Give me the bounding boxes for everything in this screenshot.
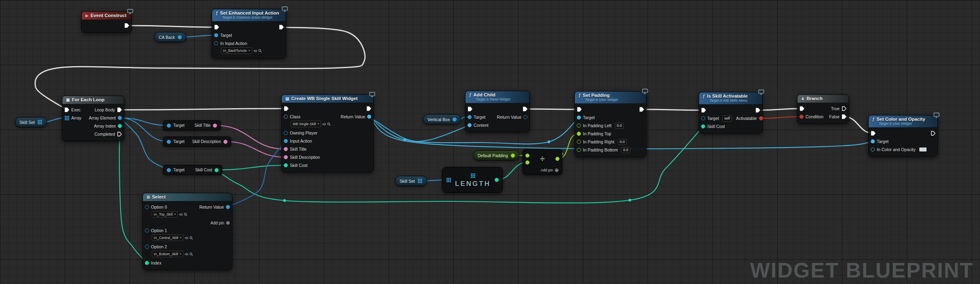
variable-default_padding[interactable]: Default Padding — [473, 150, 519, 160]
target-pin[interactable] — [468, 115, 472, 119]
target-pin[interactable] — [167, 168, 171, 172]
node-add_child[interactable]: ƒAdd ChildTarget is Panel WidgetTargetRe… — [465, 91, 530, 132]
exec_in-pin[interactable] — [871, 131, 876, 136]
node-divide[interactable]: ÷Add pin⊕ — [523, 149, 562, 175]
in_padding_bottom-value[interactable]: 0.0 — [621, 147, 630, 153]
node-header[interactable]: ƒSet PaddingTarget is User Widget — [575, 92, 646, 104]
activatable-pin[interactable] — [759, 116, 763, 120]
class-dropdown[interactable]: WB Single Skill▾ — [291, 121, 321, 127]
browse-asset-icon[interactable] — [189, 236, 193, 240]
in_input_action-pin[interactable] — [214, 41, 218, 45]
use-selected-icon[interactable] — [185, 236, 188, 240]
index-pin[interactable] — [145, 261, 149, 265]
use-selected-icon[interactable] — [179, 213, 183, 216]
out-pin[interactable] — [178, 35, 182, 39]
browse-asset-icon[interactable] — [184, 213, 187, 216]
target-pin[interactable] — [701, 116, 705, 120]
node-header[interactable]: ⋔Branch — [797, 95, 848, 103]
out-pin[interactable] — [213, 124, 217, 128]
use-selected-icon[interactable] — [253, 49, 257, 53]
variable-skill_set2[interactable]: Skill Set — [395, 176, 427, 186]
node-sco[interactable]: ƒSet Color and OpacityTarget is User Wid… — [868, 115, 938, 156]
out-pin[interactable] — [555, 157, 559, 161]
node-branch[interactable]: ⋔BranchTrueConditionFalse — [797, 94, 849, 124]
node-event_construct[interactable]: ▶Event Construct — [81, 11, 132, 32]
in_padding_left-value[interactable]: 0.0 — [615, 123, 624, 129]
use-selected-icon[interactable] — [322, 122, 326, 126]
exec_in-pin[interactable] — [468, 107, 472, 111]
option1-dropdown[interactable]: IA_Central_Skill▾ — [152, 235, 183, 241]
node-header[interactable]: ⊞Select — [143, 193, 232, 201]
target-pin[interactable] — [577, 115, 581, 120]
out-pin[interactable] — [38, 120, 43, 125]
option2-dropdown[interactable]: IA_Bottom_Skill▾ — [152, 251, 183, 257]
in_color-pin[interactable] — [871, 147, 875, 152]
out-pin[interactable] — [453, 117, 457, 122]
array-pin[interactable] — [64, 115, 69, 120]
browse-asset-icon[interactable] — [327, 122, 331, 126]
node-cw[interactable]: ▤Create WB Single Skill WidgetClassWB Si… — [281, 94, 374, 172]
exec_in-pin[interactable] — [799, 106, 804, 111]
node-header[interactable]: ƒIs Skill ActivatableTarget is WB Skills… — [699, 92, 762, 105]
completed-pin[interactable] — [117, 132, 122, 137]
add-pin-button[interactable]: Add pin⊕ — [540, 167, 559, 173]
exec_in-pin[interactable] — [64, 107, 69, 112]
condition-pin[interactable] — [799, 115, 804, 119]
return_value-pin[interactable] — [367, 115, 371, 119]
node-get_skill_desc[interactable]: TargetSkill Description — [163, 137, 231, 147]
node-select[interactable]: ⊞SelectOption 0IA_Top_Skill▾Return Value… — [142, 193, 232, 270]
node-header[interactable]: ƒAdd ChildTarget is Panel Widget — [466, 91, 529, 103]
skill_cost-pin[interactable] — [701, 124, 705, 128]
node-length[interactable]: LENGTH — [442, 167, 503, 193]
in_padding_left-pin[interactable] — [577, 124, 581, 128]
array_index-pin[interactable] — [118, 124, 122, 128]
exec_out-pin[interactable] — [523, 107, 527, 111]
node-header[interactable]: ▤Create WB Single Skill Widget — [282, 95, 373, 103]
exec_in-pin[interactable] — [214, 25, 219, 30]
browse-asset-icon[interactable] — [189, 252, 193, 256]
b-pin[interactable] — [525, 160, 529, 164]
input_action-pin[interactable] — [284, 139, 288, 143]
skill_title-pin[interactable] — [284, 147, 288, 151]
use-selected-icon[interactable] — [185, 252, 188, 256]
loop_body-pin[interactable] — [117, 107, 122, 112]
exec_out-pin[interactable] — [755, 108, 760, 113]
node-header[interactable]: ƒSet Enhanced Input ActionTarget is Comm… — [212, 9, 286, 21]
in_padding_right-pin[interactable] — [577, 140, 581, 144]
skill_desc-pin[interactable] — [284, 155, 288, 159]
exec_in-pin[interactable] — [701, 108, 706, 113]
in-pin[interactable] — [446, 177, 451, 182]
node-fel[interactable]: ▣For Each LoopExecLoop BodyArrayArray El… — [62, 96, 124, 141]
variable-vertical_box[interactable]: Vertical Box — [423, 114, 461, 124]
target-pin[interactable] — [167, 124, 171, 128]
option0-dropdown[interactable]: IA_Top_Skill▾ — [152, 211, 178, 218]
out-pin[interactable] — [511, 154, 515, 158]
exec_out-pin[interactable] — [279, 25, 284, 30]
exec_out-pin[interactable] — [639, 107, 644, 112]
in_input_action-dropdown[interactable]: IA_BackToActiv▾ — [221, 47, 252, 54]
exec_out-pin[interactable] — [366, 106, 371, 111]
browse-asset-icon[interactable] — [258, 49, 262, 53]
node-get_skill_title[interactable]: TargetSkill Title — [163, 120, 221, 130]
node-seia[interactable]: ƒSet Enhanced Input ActionTarget is Comm… — [212, 9, 286, 58]
return_value-pin[interactable] — [226, 205, 230, 209]
node-header[interactable]: ▣For Each Loop — [62, 96, 124, 104]
target-pin[interactable] — [167, 140, 171, 144]
exec_in-pin[interactable] — [284, 106, 289, 111]
exec_in-pin[interactable] — [577, 107, 582, 112]
color-swatch[interactable] — [919, 147, 927, 152]
variable-ca_back[interactable]: CA Back — [154, 32, 186, 42]
out-pin[interactable] — [215, 168, 219, 172]
a-pin[interactable] — [525, 154, 529, 158]
node-isa[interactable]: ƒIs Skill ActivatableTarget is WB Skills… — [699, 92, 763, 133]
array_element-pin[interactable] — [118, 116, 122, 120]
target-value[interactable]: self — [722, 115, 732, 122]
skill_cost-pin[interactable] — [284, 163, 288, 167]
node-get_skill_cost[interactable]: TargetSkill Cost — [163, 165, 222, 175]
out-pin[interactable] — [495, 178, 499, 182]
variable-skill_set1[interactable]: Skill Set — [15, 117, 47, 127]
class-pin[interactable] — [284, 115, 288, 119]
content-pin[interactable] — [468, 123, 472, 127]
add-pin-button[interactable]: Add pin⊕ — [210, 220, 230, 226]
true-pin[interactable] — [842, 106, 846, 111]
